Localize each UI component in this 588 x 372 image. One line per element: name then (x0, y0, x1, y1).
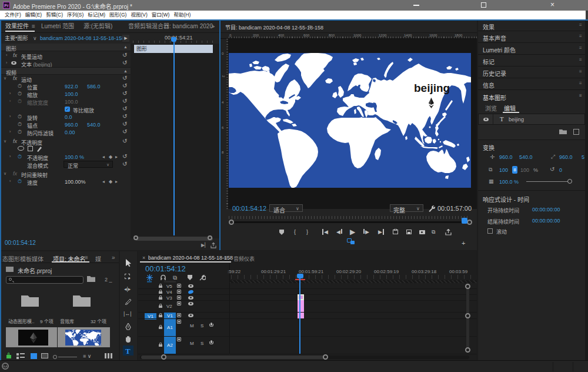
svg-text:beijing: beijing (414, 82, 450, 94)
